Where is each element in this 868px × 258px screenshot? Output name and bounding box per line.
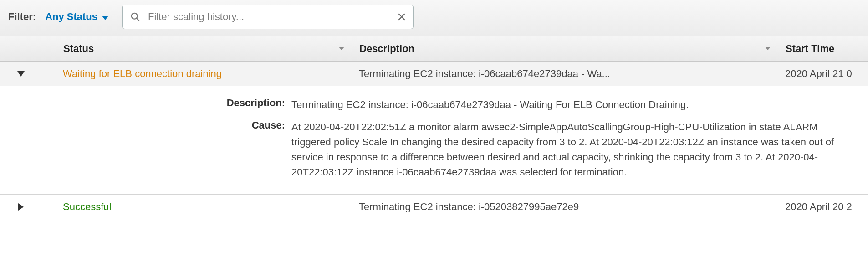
- search-wrap: [122, 5, 414, 29]
- description-cell: Terminating EC2 instance: i-06caab674e27…: [351, 62, 777, 85]
- start-time-cell: 2020 April 20 2: [777, 196, 868, 218]
- column-status-label: Status: [63, 43, 94, 55]
- filter-bar: Filter: Any Status: [0, 0, 868, 36]
- detail-description-value: Terminating EC2 instance: i-06caab674e27…: [291, 97, 868, 112]
- status-cell: Successful: [55, 196, 351, 218]
- column-start-time-label: Start Time: [786, 43, 834, 55]
- description-cell: Terminating EC2 instance: i-05203827995a…: [351, 196, 777, 218]
- filter-status-value: Any Status: [45, 11, 97, 23]
- column-start-time[interactable]: Start Time: [777, 36, 868, 61]
- close-icon[interactable]: [397, 12, 406, 21]
- column-status[interactable]: Status: [55, 36, 351, 61]
- column-description[interactable]: Description: [351, 36, 777, 61]
- filter-label: Filter:: [8, 11, 36, 23]
- status-cell: Waiting for ELB connection draining: [55, 62, 351, 85]
- column-expand: [0, 36, 55, 61]
- row-detail-panel: Description: Terminating EC2 instance: i…: [0, 86, 868, 195]
- start-time-cell: 2020 April 21 0: [777, 62, 868, 85]
- chevron-down-icon: [102, 16, 108, 20]
- detail-cause-value: At 2020-04-20T22:02:51Z a monitor alarm …: [291, 119, 868, 180]
- search-input[interactable]: [122, 5, 414, 29]
- detail-cause-label: Cause:: [0, 119, 291, 180]
- table-row[interactable]: Successful Terminating EC2 instance: i-0…: [0, 195, 868, 219]
- table-row[interactable]: Waiting for ELB connection draining Term…: [0, 62, 868, 86]
- column-description-label: Description: [359, 43, 414, 55]
- filter-status-dropdown[interactable]: Any Status: [45, 11, 108, 23]
- table-header: Status Description Start Time: [0, 36, 868, 62]
- chevron-down-icon: [339, 47, 344, 50]
- chevron-down-icon: [765, 47, 771, 50]
- detail-description-label: Description:: [0, 97, 291, 112]
- expand-toggle-icon[interactable]: [17, 71, 25, 77]
- expand-toggle-icon[interactable]: [18, 203, 24, 211]
